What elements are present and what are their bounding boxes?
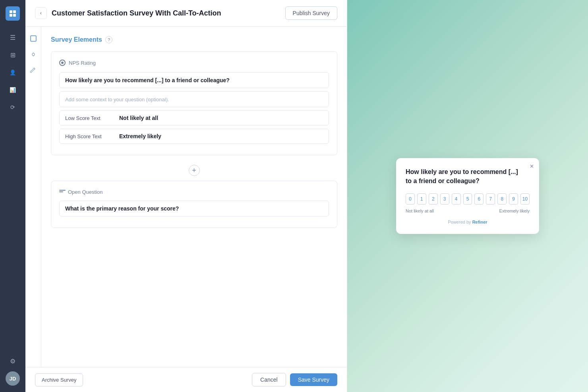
nps-number-7[interactable]: 7 xyxy=(486,193,495,205)
widget-close-button[interactable]: × xyxy=(530,163,534,170)
nps-type-label: NPS Rating xyxy=(69,60,96,66)
nps-number-8[interactable]: 8 xyxy=(497,193,507,205)
nps-number-0[interactable]: 0 xyxy=(406,193,415,205)
help-icon[interactable]: ? xyxy=(105,36,112,43)
nps-question-text: How likely are you to recommend [...] to… xyxy=(65,77,230,83)
widget-question: How likely are you to recommend [...] to… xyxy=(406,168,530,185)
nps-element-card: NPS Rating How likely are you to recomme… xyxy=(51,51,337,155)
nps-type-icon xyxy=(59,60,66,66)
nps-labels: Not likely at all Extremely likely xyxy=(406,209,530,213)
section-title: Survey Elements xyxy=(51,36,102,43)
sub-icon-edit[interactable] xyxy=(28,65,39,76)
svg-rect-3 xyxy=(13,14,16,17)
nps-question-field[interactable]: How likely are you to recommend [...] to… xyxy=(59,72,329,88)
refiner-link[interactable]: Refiner xyxy=(472,220,487,224)
widget-powered: Powered by Refiner xyxy=(406,220,530,224)
high-score-value: Extremely likely xyxy=(119,133,161,139)
open-q-type-row: Open Question xyxy=(59,189,329,195)
sidebar-item-settings[interactable]: ⚙ xyxy=(6,354,20,368)
open-q-type-label: Open Question xyxy=(68,189,103,195)
nps-numbers: 012345678910 xyxy=(406,193,530,205)
nps-number-6[interactable]: 6 xyxy=(474,193,484,205)
open-q-question-field[interactable]: What is the primary reason for your scor… xyxy=(59,201,329,216)
sidebar-item-analytics[interactable]: 📊 xyxy=(6,83,20,97)
preview-panel: × How likely are you to recommend [...] … xyxy=(347,0,588,392)
back-button[interactable]: ‹ xyxy=(35,7,47,19)
svg-rect-0 xyxy=(10,10,12,13)
header: ‹ Customer Satisfaction Survey With Call… xyxy=(25,0,347,27)
cancel-button[interactable]: Cancel xyxy=(252,373,286,386)
nps-context-placeholder: Add some context to your question (optio… xyxy=(65,97,169,102)
main-panel: ‹ Customer Satisfaction Survey With Call… xyxy=(25,0,347,392)
nps-number-5[interactable]: 5 xyxy=(463,193,472,205)
nps-number-4[interactable]: 4 xyxy=(452,193,461,205)
svg-point-5 xyxy=(32,53,35,56)
nps-low-score-row: Low Score Text Not likely at all xyxy=(59,110,329,126)
sidebar-logo[interactable] xyxy=(6,6,20,21)
section-header: Survey Elements ? xyxy=(51,36,337,43)
footer: Archive Survey Cancel Save Survey xyxy=(25,367,347,392)
open-q-type-icon xyxy=(59,190,66,195)
survey-widget: × How likely are you to recommend [...] … xyxy=(396,158,539,234)
low-score-label: Low Score Text xyxy=(65,115,113,121)
nps-number-2[interactable]: 2 xyxy=(429,193,438,205)
archive-survey-button[interactable]: Archive Survey xyxy=(35,373,83,386)
content-wrapper: Survey Elements ? NPS Rating How likely … xyxy=(25,27,347,367)
nps-high-label: Extremely likely xyxy=(499,209,530,213)
sidebar-item-integrations[interactable]: ⟳ xyxy=(6,100,20,114)
svg-rect-4 xyxy=(31,36,36,41)
svg-point-6 xyxy=(33,52,34,53)
sidebar-item-grid[interactable]: ⊞ xyxy=(6,48,20,62)
nps-type-row: NPS Rating xyxy=(59,60,329,66)
nps-number-3[interactable]: 3 xyxy=(440,193,449,205)
svg-rect-2 xyxy=(10,14,12,17)
sub-sidebar xyxy=(25,27,41,367)
high-score-label: High Score Text xyxy=(65,133,113,139)
sidebar-item-users[interactable]: 👤 xyxy=(6,65,20,79)
add-element-button[interactable]: + xyxy=(189,165,200,176)
survey-content: Survey Elements ? NPS Rating How likely … xyxy=(41,27,347,367)
sub-icon-elements[interactable] xyxy=(28,33,39,44)
nps-low-label: Not likely at all xyxy=(406,209,434,213)
svg-rect-1 xyxy=(13,10,16,13)
sub-icon-settings[interactable] xyxy=(28,49,39,60)
sidebar: ☰ ⊞ 👤 📊 ⟳ ⚙ JD xyxy=(0,0,25,392)
add-element-row[interactable]: + xyxy=(51,160,337,181)
svg-point-8 xyxy=(61,62,64,64)
nps-context-field[interactable]: Add some context to your question (optio… xyxy=(59,91,329,107)
nps-number-1[interactable]: 1 xyxy=(417,193,426,205)
publish-survey-button[interactable]: Publish Survey xyxy=(285,6,337,20)
low-score-value: Not likely at all xyxy=(119,115,158,121)
nps-number-9[interactable]: 9 xyxy=(509,193,518,205)
svg-point-7 xyxy=(33,56,34,56)
page-title: Customer Satisfaction Survey With Call-T… xyxy=(52,9,280,17)
nps-high-score-row: High Score Text Extremely likely xyxy=(59,129,329,144)
open-q-question-text: What is the primary reason for your scor… xyxy=(65,205,179,212)
nps-number-10[interactable]: 10 xyxy=(520,193,530,205)
avatar[interactable]: JD xyxy=(6,371,20,386)
open-question-card: Open Question What is the primary reason… xyxy=(51,181,337,228)
sidebar-item-menu[interactable]: ☰ xyxy=(6,30,20,44)
save-survey-button[interactable]: Save Survey xyxy=(290,373,337,386)
